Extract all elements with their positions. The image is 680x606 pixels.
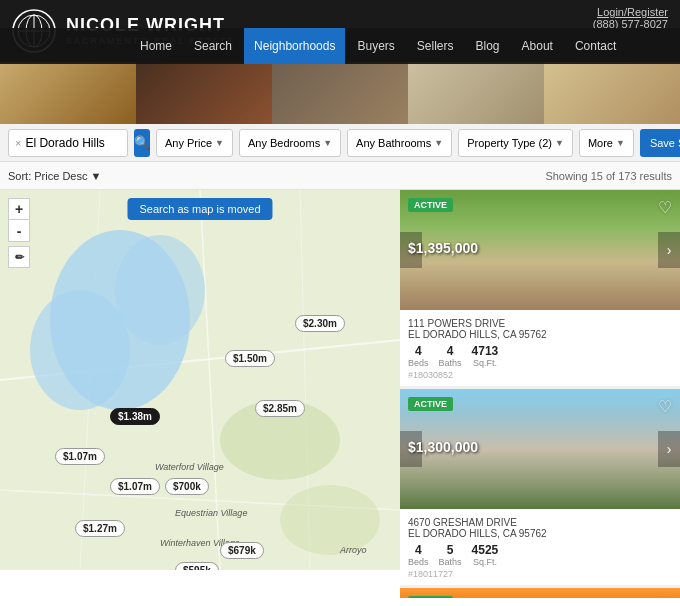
- hero-seg-2: [136, 62, 272, 124]
- zoom-in-button[interactable]: +: [8, 198, 30, 220]
- location-tag: × El Dorado Hills: [8, 129, 128, 157]
- favorite-button-2[interactable]: ♡: [658, 596, 672, 598]
- listing-image-2: ACTIVE ♡ ‹ › $1,375,000: [400, 588, 680, 598]
- listing-price-overlay-0: $1,395,000: [408, 240, 478, 256]
- listing-city-1: EL DORADO HILLS, CA 95762: [408, 528, 672, 539]
- baths-filter[interactable]: Any Bathrooms ▼: [347, 129, 452, 157]
- favorite-button-0[interactable]: ♡: [658, 198, 672, 217]
- listing-info-1: 4670 GRESHAM DRIVE EL DORADO HILLS, CA 9…: [400, 509, 680, 585]
- search-go-button[interactable]: 🔍: [134, 129, 150, 157]
- beds-stat-0: 4 Beds: [408, 344, 429, 368]
- chevron-down-icon: ▼: [555, 138, 564, 148]
- listing-city-0: EL DORADO HILLS, CA 95762: [408, 329, 672, 340]
- active-badge-2: ACTIVE: [408, 596, 453, 598]
- map-panel[interactable]: + - ✏ Search as map is moved Waterford V…: [0, 190, 400, 570]
- main-area: + - ✏ Search as map is moved Waterford V…: [0, 190, 680, 570]
- next-image-1[interactable]: ›: [658, 431, 680, 467]
- clusters: 622222: [0, 190, 400, 570]
- nav-neighborhoods[interactable]: Neighborhoods: [244, 28, 345, 64]
- listing-address-0: 111 POWERS DRIVE: [408, 318, 672, 329]
- listing-card-0[interactable]: ACTIVE ♡ ‹ › $1,395,000 111 POWERS DRIVE…: [400, 190, 680, 386]
- nav-about[interactable]: About: [512, 28, 563, 64]
- hero-seg-1: [0, 62, 136, 124]
- results-count: Showing 15 of 173 results: [545, 170, 672, 182]
- more-filter[interactable]: More ▼: [579, 129, 634, 157]
- beds-stat-1: 4 Beds: [408, 543, 429, 567]
- listing-mls-1: #18011727: [408, 569, 672, 579]
- zoom-out-button[interactable]: -: [8, 220, 30, 242]
- nav-contact[interactable]: Contact: [565, 28, 626, 64]
- search-as-moved-button[interactable]: Search as map is moved: [127, 198, 272, 220]
- save-search-button[interactable]: Save Search: [640, 129, 680, 157]
- hero-seg-4: [408, 62, 544, 124]
- listing-price-overlay-1: $1,300,000: [408, 439, 478, 455]
- baths-stat-0: 4 Baths: [439, 344, 462, 368]
- chevron-down-icon: ▼: [215, 138, 224, 148]
- listing-stats-1: 4 Beds 5 Baths 4525 Sq.Ft.: [408, 543, 672, 567]
- chevron-down-icon: ▼: [434, 138, 443, 148]
- listing-address-1: 4670 GRESHAM DRIVE: [408, 517, 672, 528]
- listing-mls-0: #18030852: [408, 370, 672, 380]
- hero-seg-5: [544, 62, 680, 124]
- price-filter[interactable]: Any Price ▼: [156, 129, 233, 157]
- draw-button[interactable]: ✏: [8, 246, 30, 268]
- search-bar: × El Dorado Hills 🔍 Any Price ▼ Any Bedr…: [0, 124, 680, 162]
- nav-home[interactable]: Home: [130, 28, 182, 64]
- remove-location[interactable]: ×: [15, 137, 21, 149]
- type-filter[interactable]: Property Type (2) ▼: [458, 129, 573, 157]
- baths-stat-1: 5 Baths: [439, 543, 462, 567]
- beds-filter[interactable]: Any Bedrooms ▼: [239, 129, 341, 157]
- location-label: El Dorado Hills: [25, 136, 104, 150]
- active-badge-1: ACTIVE: [408, 397, 453, 411]
- nav-sellers[interactable]: Sellers: [407, 28, 464, 64]
- chevron-down-icon: ▼: [616, 138, 625, 148]
- nav-blog[interactable]: Blog: [466, 28, 510, 64]
- listing-card-1[interactable]: ACTIVE ♡ ‹ › $1,300,000 4670 GRESHAM DRI…: [400, 389, 680, 585]
- map-controls: + - ✏: [8, 198, 30, 268]
- top-right: Login/Register (888) 577-8027: [593, 6, 668, 30]
- nav-search[interactable]: Search: [184, 28, 242, 64]
- next-image-0[interactable]: ›: [658, 232, 680, 268]
- search-icon: 🔍: [134, 135, 150, 150]
- listing-image-1: ACTIVE ♡ ‹ › $1,300,000: [400, 389, 680, 509]
- listing-stats-0: 4 Beds 4 Baths 4713 Sq.Ft.: [408, 344, 672, 368]
- listing-image-0: ACTIVE ♡ ‹ › $1,395,000: [400, 190, 680, 310]
- listings-panel: ACTIVE ♡ ‹ › $1,395,000 111 POWERS DRIVE…: [400, 190, 680, 598]
- login-link[interactable]: Login/Register: [593, 6, 668, 18]
- listing-card-2[interactable]: ACTIVE ♡ ‹ › $1,375,000 1506 BOLIVAR COU…: [400, 588, 680, 598]
- sqft-stat-0: 4713 Sq.Ft.: [472, 344, 499, 368]
- favorite-button-1[interactable]: ♡: [658, 397, 672, 416]
- listing-info-0: 111 POWERS DRIVE EL DORADO HILLS, CA 957…: [400, 310, 680, 386]
- sort-selector[interactable]: Sort: Price Desc ▼: [8, 170, 101, 182]
- chevron-down-icon: ▼: [90, 170, 101, 182]
- hero-strip: [0, 62, 680, 124]
- chevron-down-icon: ▼: [323, 138, 332, 148]
- nav-bar: Home Search Neighborhoods Buyers Sellers…: [0, 28, 680, 64]
- sort-bar: Sort: Price Desc ▼ Showing 15 of 173 res…: [0, 162, 680, 190]
- active-badge-0: ACTIVE: [408, 198, 453, 212]
- sqft-stat-1: 4525 Sq.Ft.: [472, 543, 499, 567]
- nav-buyers[interactable]: Buyers: [347, 28, 404, 64]
- hero-seg-3: [272, 62, 408, 124]
